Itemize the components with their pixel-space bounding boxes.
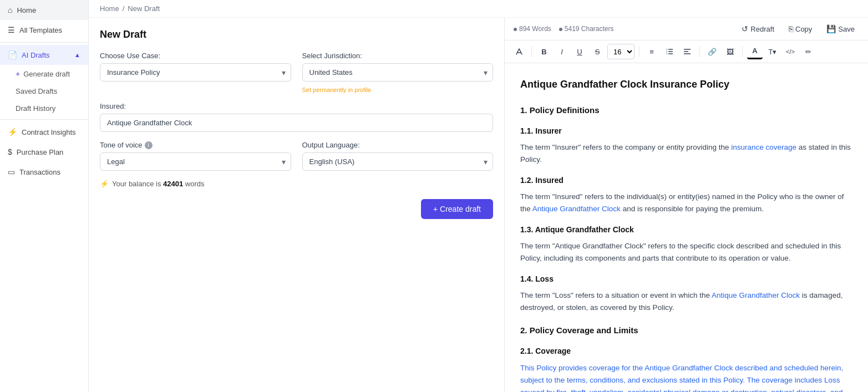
section-1-heading: 1. Policy Definitions	[520, 104, 852, 117]
font-size-select[interactable]: 16 12 14 18 20 24	[607, 44, 634, 59]
output-lang-group: Output Language: English (USA)	[302, 141, 494, 171]
chevron-up-icon: ▲	[74, 52, 80, 58]
insured-group: Insured:	[100, 102, 493, 132]
text-color-button[interactable]: A	[747, 44, 763, 59]
sidebar-item-contract-insights[interactable]: ⚡ Contract Insights	[0, 122, 88, 142]
editor-content: Antique Grandfather Clock Insurance Poli…	[505, 63, 868, 392]
insured-input[interactable]	[100, 114, 493, 132]
section-1-1-heading: 1.1. Insurer	[520, 125, 852, 137]
sidebar-item-ai-drafts-label: AI Drafts	[22, 51, 50, 59]
ordered-list-button[interactable]: 123	[662, 44, 677, 59]
link-button[interactable]: 🔗	[704, 44, 720, 59]
strikethrough-button[interactable]: S	[590, 44, 605, 59]
transactions-icon: ▭	[8, 167, 15, 176]
jurisdiction-select[interactable]: United States	[302, 63, 494, 82]
editor-actions: ↺ Redraft ⎘ Copy 💾 Save	[737, 22, 859, 35]
copy-icon: ⎘	[789, 24, 793, 33]
redraft-button[interactable]: ↺ Redraft	[737, 22, 779, 35]
sidebar-item-purchase-plan[interactable]: $ Purchase Plan	[0, 142, 88, 162]
home-icon: ⌂	[8, 6, 12, 14]
insured-label: Insured:	[100, 102, 493, 110]
output-lang-label: Output Language:	[302, 141, 494, 149]
form-title: New Draft	[100, 29, 493, 40]
use-case-jurisdiction-row: Choose Use Case: Insurance Policy Select…	[100, 52, 493, 93]
ai-drafts-section: 📄 AI Drafts ▲ + Generate draft Saved Dra…	[0, 42, 88, 117]
bold-button[interactable]: B	[536, 44, 552, 59]
html-button[interactable]: </>	[783, 44, 798, 59]
breadcrumb: Home / New Draft	[89, 0, 868, 18]
redraft-icon: ↺	[742, 24, 748, 33]
section-2-1-heading: 2.1. Coverage	[520, 345, 852, 357]
jurisdiction-group: Select Jurisdiction: United States Set p…	[302, 52, 494, 93]
section-2-heading: 2. Policy Coverage and Limits	[520, 324, 852, 337]
pen-button[interactable]: ✏	[800, 44, 816, 59]
breadcrumb-separator: /	[123, 4, 125, 13]
balance-text: Your balance is 42401 words	[112, 180, 205, 188]
editor-panel: 894 Words 5419 Characters ↺ Redraft ⎘ Co…	[505, 18, 868, 392]
sidebar-item-transactions[interactable]: ▭ Transactions	[0, 162, 88, 182]
sidebar-item-contract-insights-label: Contract Insights	[22, 128, 76, 136]
sidebar-item-generate-draft-label: Generate draft	[23, 70, 70, 78]
bolt-icon: ⚡	[8, 128, 17, 136]
create-draft-button[interactable]: + Create draft	[421, 199, 493, 219]
save-icon: 💾	[826, 24, 836, 33]
save-button[interactable]: 💾 Save	[822, 22, 859, 35]
sidebar-item-home-label: Home	[17, 6, 36, 14]
output-lang-select[interactable]: English (USA)	[302, 152, 494, 171]
editor-toolbar-top: 894 Words 5419 Characters ↺ Redraft ⎘ Co…	[505, 18, 868, 40]
unordered-list-button[interactable]: ≡	[644, 44, 659, 59]
tools-section: ⚡ Contract Insights $ Purchase Plan ▭ Tr…	[0, 119, 88, 182]
sidebar-item-purchase-plan-label: Purchase Plan	[17, 148, 64, 156]
set-permanently-text[interactable]: Set permanently in profile	[302, 86, 494, 93]
tone-select-wrapper: Legal	[100, 152, 291, 171]
jurisdiction-select-wrapper: United States	[302, 63, 494, 82]
char-count: 5419 Characters	[565, 25, 614, 33]
form-panel: New Draft Choose Use Case: Insurance Pol…	[89, 18, 505, 392]
plus-icon: +	[16, 69, 20, 78]
section-1-3-text: The term "Antique Grandfather Clock" ref…	[520, 240, 852, 265]
sidebar-item-all-templates-label: All Templates	[19, 26, 62, 34]
section-1-2-text: The term "Insured" refers to the individ…	[520, 191, 852, 216]
tone-select[interactable]: Legal	[100, 152, 291, 171]
list-icon: ☰	[8, 26, 15, 34]
bolt-icon: ⚡	[100, 180, 109, 188]
sidebar-item-saved-drafts[interactable]: Saved Drafts	[0, 83, 88, 100]
sidebar-item-draft-history[interactable]: Draft History	[0, 100, 88, 117]
section-2-1-text: This Policy provides coverage for the An…	[520, 362, 852, 392]
italic-button[interactable]: I	[554, 44, 570, 59]
document-title: Antique Grandfather Clock Insurance Poli…	[520, 77, 852, 93]
underline-button[interactable]: U	[572, 44, 587, 59]
use-case-select-wrapper: Insurance Policy	[100, 63, 291, 82]
saved-drafts-label: Saved Drafts	[16, 87, 57, 95]
draft-history-label: Draft History	[16, 104, 55, 113]
create-btn-row: + Create draft	[100, 199, 493, 219]
sidebar-item-home[interactable]: ⌂ Home	[0, 0, 88, 20]
tone-label: Tone of voice i	[100, 141, 291, 149]
dollar-icon: $	[8, 147, 12, 156]
use-case-label: Choose Use Case:	[100, 52, 291, 60]
fmt-sep-3	[699, 46, 700, 57]
fmt-sep-1	[531, 46, 532, 57]
sidebar-item-generate-draft[interactable]: + Generate draft	[0, 65, 88, 83]
svg-text:3: 3	[666, 52, 668, 55]
main-area: Home / New Draft New Draft Choose Use Ca…	[89, 0, 868, 392]
breadcrumb-home[interactable]: Home	[100, 4, 119, 13]
sidebar-item-all-templates[interactable]: ☰ All Templates	[0, 20, 88, 40]
align-button[interactable]	[679, 44, 695, 59]
sidebar: ⌂ Home ☰ All Templates 📄 AI Drafts ▲ + G…	[0, 0, 89, 392]
content-area: New Draft Choose Use Case: Insurance Pol…	[89, 18, 868, 392]
use-case-select[interactable]: Insurance Policy	[100, 63, 291, 82]
dot-words	[514, 28, 517, 31]
fmt-sep-4	[742, 46, 743, 57]
copy-button[interactable]: ⎘ Copy	[784, 22, 816, 35]
section-1-1-text: The term "Insurer" refers to the company…	[520, 141, 852, 166]
jurisdiction-label: Select Jurisdiction:	[302, 52, 494, 60]
ai-format-button[interactable]	[511, 44, 527, 59]
image-button[interactable]: 🖼	[722, 44, 738, 59]
sidebar-item-ai-drafts[interactable]: 📄 AI Drafts ▲	[0, 45, 88, 65]
tone-info-icon[interactable]: i	[145, 141, 153, 149]
tone-language-row: Tone of voice i Legal Output Language: E…	[100, 141, 493, 171]
section-1-4-text: The term "Loss" refers to a situation or…	[520, 289, 852, 314]
doc-stats: 894 Words 5419 Characters	[514, 25, 728, 33]
text-style-dropdown[interactable]: T▾	[765, 44, 780, 59]
